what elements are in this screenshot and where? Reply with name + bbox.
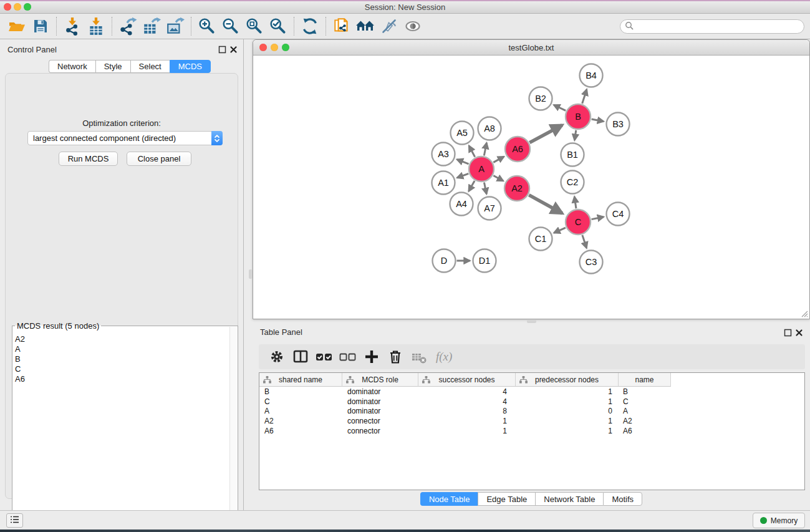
edge-A-A5[interactable] xyxy=(469,146,475,157)
table-cell[interactable]: dominator xyxy=(342,407,418,417)
column-header-predecessor-nodes[interactable]: predecessor nodes xyxy=(516,373,619,387)
criterion-dropdown[interactable]: largest connected component (directed) xyxy=(27,131,223,145)
search-input[interactable] xyxy=(636,22,804,31)
hide-annotations-icon[interactable] xyxy=(377,16,401,36)
tab-network-table[interactable]: Network Table xyxy=(535,492,603,506)
node-B4[interactable]: B4 xyxy=(580,64,603,87)
task-history-button[interactable] xyxy=(6,513,23,528)
close-table-panel-icon[interactable] xyxy=(795,328,803,336)
network-canvas[interactable]: B4B2BB3A5A8A6B1A3AA1C2A2A4A7C4CC1C3DD1 xyxy=(253,56,809,319)
edge-A-A4[interactable] xyxy=(469,181,475,191)
table-cell[interactable]: 1 xyxy=(516,426,619,436)
node-A7[interactable]: A7 xyxy=(478,197,501,220)
table-cell[interactable]: dominator xyxy=(342,397,418,407)
result-scrollbar[interactable] xyxy=(229,327,237,532)
table-row[interactable]: A2connector11A2 xyxy=(259,416,804,426)
table-cell[interactable]: B xyxy=(259,387,342,397)
result-item[interactable]: C xyxy=(15,364,228,374)
vertical-scroll-indicator[interactable] xyxy=(249,269,253,279)
result-item[interactable]: A xyxy=(15,344,228,354)
import-table-icon[interactable] xyxy=(84,16,108,36)
table-cell[interactable]: connector xyxy=(342,416,418,426)
tab-node-table[interactable]: Node Table xyxy=(420,492,478,506)
delete-table-icon[interactable] xyxy=(407,347,431,367)
memory-button[interactable]: Memory xyxy=(753,513,805,528)
tab-motifs[interactable]: Motifs xyxy=(603,492,642,506)
edge-A-A7[interactable] xyxy=(484,183,486,194)
edge-A-A2[interactable] xyxy=(493,176,503,181)
table-row[interactable]: Bdominator41B xyxy=(259,387,804,397)
edge-C-C1[interactable] xyxy=(554,228,566,233)
search-field[interactable] xyxy=(620,19,804,34)
network-graph[interactable]: B4B2BB3A5A8A6B1A3AA1C2A2A4A7C4CC1C3DD1 xyxy=(253,56,809,319)
node-table[interactable]: shared nameMCDS rolesuccessor nodesprede… xyxy=(259,372,805,490)
import-network-icon[interactable] xyxy=(60,16,84,36)
result-item[interactable]: B xyxy=(15,354,228,364)
node-B[interactable]: B xyxy=(566,104,591,129)
table-row[interactable]: Cdominator41C xyxy=(259,397,804,407)
table-cell[interactable]: A6 xyxy=(619,426,671,436)
edge-B-B4[interactable] xyxy=(582,89,587,104)
new-network-from-selection-icon[interactable] xyxy=(330,16,354,36)
float-table-panel-icon[interactable] xyxy=(784,328,792,336)
node-D1[interactable]: D1 xyxy=(473,249,496,273)
result-item[interactable]: A2 xyxy=(15,334,228,344)
network-window-titlebar[interactable]: testGlobe.txt xyxy=(253,40,809,56)
open-session-icon[interactable] xyxy=(5,16,29,36)
table-cell[interactable]: connector xyxy=(342,426,418,436)
close-panel-icon[interactable] xyxy=(229,45,238,53)
edge-A6-B[interactable] xyxy=(529,125,562,143)
node-C4[interactable]: C4 xyxy=(607,203,630,226)
edge-A-A6[interactable] xyxy=(493,157,504,162)
delete-row-icon[interactable] xyxy=(383,347,407,367)
run-mcds-button[interactable]: Run MCDS xyxy=(59,152,118,166)
node-A5[interactable]: A5 xyxy=(451,122,474,145)
table-cell[interactable]: C xyxy=(619,397,671,407)
add-row-icon[interactable] xyxy=(360,347,383,367)
table-cell[interactable]: 1 xyxy=(418,416,516,426)
node-D[interactable]: D xyxy=(433,249,456,273)
node-A6[interactable]: A6 xyxy=(505,137,530,162)
zoom-in-icon[interactable] xyxy=(195,16,219,36)
node-A8[interactable]: A8 xyxy=(478,117,501,140)
tab-network[interactable]: Network xyxy=(49,60,95,73)
tab-style[interactable]: Style xyxy=(95,60,130,73)
table-cell[interactable]: 1 xyxy=(516,397,619,407)
table-cell[interactable]: A2 xyxy=(259,416,342,426)
show-graphics-details-icon[interactable] xyxy=(401,16,425,36)
table-cell[interactable]: 8 xyxy=(418,407,516,417)
result-item[interactable]: A6 xyxy=(15,374,228,384)
node-A4[interactable]: A4 xyxy=(450,193,473,216)
node-C[interactable]: C xyxy=(566,210,591,235)
table-cell[interactable]: A xyxy=(259,407,342,417)
edge-A2-C[interactable] xyxy=(529,195,562,213)
table-cell[interactable]: 4 xyxy=(418,387,516,397)
table-cell[interactable]: 0 xyxy=(516,407,619,417)
table-cell[interactable]: 1 xyxy=(516,416,619,426)
show-columns-icon[interactable] xyxy=(289,347,312,367)
zoom-fit-icon[interactable] xyxy=(243,16,266,36)
table-cell[interactable]: 4 xyxy=(418,397,516,407)
tab-edge-table[interactable]: Edge Table xyxy=(478,492,535,506)
export-table-icon[interactable] xyxy=(140,16,163,36)
table-cell[interactable]: dominator xyxy=(342,387,418,397)
tab-select[interactable]: Select xyxy=(130,60,170,73)
column-header-shared-name[interactable]: shared name xyxy=(259,373,342,387)
node-A3[interactable]: A3 xyxy=(432,143,455,166)
node-B2[interactable]: B2 xyxy=(529,87,552,110)
unselect-all-checkboxes-icon[interactable] xyxy=(336,347,360,367)
resize-grip[interactable] xyxy=(799,309,808,317)
export-network-icon[interactable] xyxy=(116,16,140,36)
node-C2[interactable]: C2 xyxy=(561,171,584,194)
node-A1[interactable]: A1 xyxy=(432,172,455,195)
settings-gear-icon[interactable] xyxy=(265,347,289,367)
float-panel-icon[interactable] xyxy=(218,45,226,53)
node-C1[interactable]: C1 xyxy=(529,228,552,251)
table-cell[interactable]: A6 xyxy=(259,426,342,436)
edge-B-B3[interactable] xyxy=(592,119,604,122)
table-cell[interactable]: B xyxy=(619,387,671,397)
edge-C-C4[interactable] xyxy=(592,217,604,220)
home-view-icon[interactable] xyxy=(354,16,377,36)
edge-B-B2[interactable] xyxy=(554,105,566,110)
table-cell[interactable]: A xyxy=(619,407,671,417)
